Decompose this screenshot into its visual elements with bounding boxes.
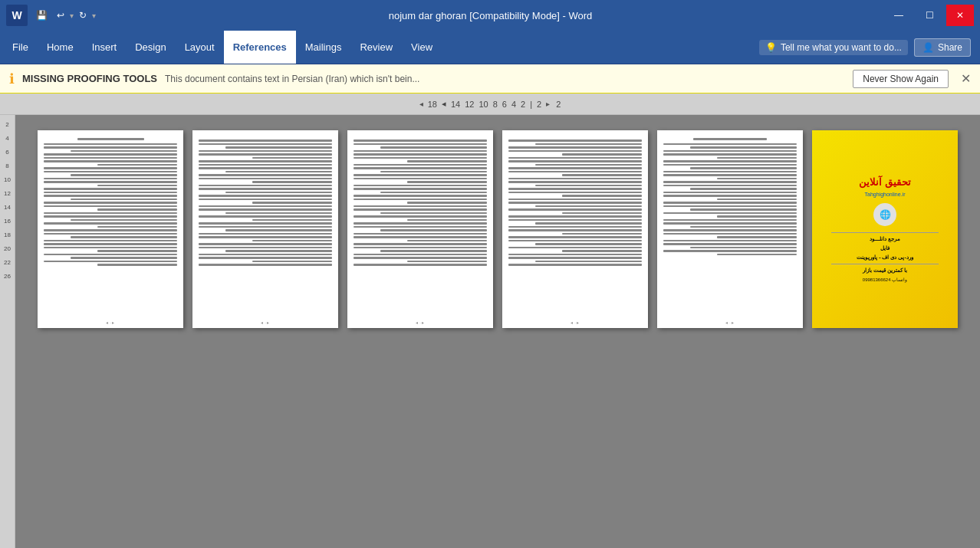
ad-content: تحقیق آنلاین Tahghighonline.ir 🌐 مرجع دا… xyxy=(812,130,958,328)
word-icon: W xyxy=(6,5,28,26)
ruler-page-num: 2 xyxy=(556,100,561,109)
ruler-left-arrow: ◂ xyxy=(419,100,423,108)
page-5[interactable]: ◂ · ▸ xyxy=(657,130,803,328)
save-button[interactable]: 💾 xyxy=(32,8,51,22)
horizontal-ruler: ◂ 18 ◂ 14 12 10 8 6 4 2 | 2 ▸ 2 xyxy=(0,94,980,115)
pages-container: ◂ · ▸ xyxy=(15,115,980,548)
ad-title: تحقیق آنلاین xyxy=(859,176,911,189)
page-2-content xyxy=(192,130,338,328)
page-1-content xyxy=(38,130,183,328)
tab-references[interactable]: References xyxy=(224,31,296,64)
page-5-content xyxy=(657,130,803,328)
notification-message: This document contains text in Persian (… xyxy=(165,74,845,84)
ad-divider xyxy=(831,232,938,233)
redo-button[interactable]: ↻ xyxy=(75,8,90,22)
page-3-footer: ◂ · ▸ xyxy=(347,320,493,325)
tab-design[interactable]: Design xyxy=(126,31,175,64)
ruler-right-arrow: ▸ xyxy=(546,100,550,108)
tab-home[interactable]: Home xyxy=(38,31,83,64)
ad-divider2 xyxy=(831,264,938,264)
share-label: Share xyxy=(938,42,962,53)
title-bar-left: W 💾 ↩ ▾ ↻ ▾ xyxy=(6,5,96,26)
notification-bar: ℹ MISSING PROOFING TOOLS This document c… xyxy=(0,64,980,94)
tab-review[interactable]: Review xyxy=(350,31,402,64)
page-2-footer: ◂ · ▸ xyxy=(192,320,338,325)
page-2[interactable]: ◂ · ▸ xyxy=(192,130,338,328)
page-4[interactable]: ◂ · ▸ xyxy=(502,130,648,328)
page-1[interactable]: ◂ · ▸ xyxy=(38,130,183,328)
ad-line2: فایل xyxy=(880,245,890,251)
page-4-content xyxy=(502,130,648,328)
notification-close-button[interactable]: ✕ xyxy=(961,71,971,86)
window-controls: — ☐ ✕ xyxy=(885,5,974,26)
ad-url: Tahghighonline.ir xyxy=(865,192,906,197)
tell-me-input[interactable]: 💡 Tell me what you want to do... xyxy=(759,40,908,55)
ruler-numbers: 18 ◂ 14 12 10 8 6 4 2 | 2 xyxy=(426,99,543,109)
page-3-content xyxy=(347,130,493,328)
ad-phone: واتساپ 09981366624 xyxy=(863,277,907,282)
minimize-button[interactable]: — xyxy=(885,5,913,26)
tab-insert[interactable]: Insert xyxy=(83,31,127,64)
page-1-footer: ◂ · ▸ xyxy=(38,320,183,325)
page-6-ad[interactable]: تحقیق آنلاین Tahghighonline.ir 🌐 مرجع دا… xyxy=(812,130,958,328)
document-wrapper: 2 4 6 8 10 12 14 16 18 20 22 26 xyxy=(0,115,980,548)
page-5-footer: ◂ · ▸ xyxy=(657,320,803,325)
close-button[interactable]: ✕ xyxy=(946,5,974,26)
ad-line3: ورد-پی دی اف - پاورپوینت xyxy=(857,254,913,261)
notification-bold: MISSING PROOFING TOOLS xyxy=(22,73,157,84)
ad-line4: با کمترین قیمت بازار xyxy=(863,267,907,274)
vertical-ruler: 2 4 6 8 10 12 14 16 18 20 22 26 xyxy=(0,115,15,548)
person-icon: 👤 xyxy=(922,42,934,53)
maximize-button[interactable]: ☐ xyxy=(916,5,943,26)
info-icon: ℹ xyxy=(9,71,15,87)
ad-icon: 🌐 xyxy=(873,203,896,226)
tab-view[interactable]: View xyxy=(402,31,442,64)
tab-file[interactable]: File xyxy=(3,31,38,64)
document-title: nojum dar ghoran [Compatibility Mode] - … xyxy=(96,10,885,21)
title-bar: W 💾 ↩ ▾ ↻ ▾ nojum dar ghoran [Compatibil… xyxy=(0,0,980,31)
share-button[interactable]: 👤 Share xyxy=(914,38,971,57)
pages-row: ◂ · ▸ xyxy=(38,130,958,328)
page-4-footer: ◂ · ▸ xyxy=(502,320,648,325)
undo-button[interactable]: ↩ xyxy=(53,8,68,22)
tab-layout[interactable]: Layout xyxy=(176,31,224,64)
ad-line1: مرجع دانلـــود xyxy=(870,236,900,242)
undo-redo-group: 💾 ↩ ▾ ↻ ▾ xyxy=(32,8,96,22)
ribbon-right: 💡 Tell me what you want to do... 👤 Share xyxy=(759,31,977,64)
page-3[interactable]: ◂ · ▸ xyxy=(347,130,493,328)
content-area: 2 4 6 8 10 12 14 16 18 20 22 26 xyxy=(0,115,980,548)
never-show-again-button[interactable]: Never Show Again xyxy=(853,70,949,88)
lightbulb-icon: 💡 xyxy=(765,42,777,53)
tell-me-text: Tell me what you want to do... xyxy=(781,42,902,53)
tab-mailings[interactable]: Mailings xyxy=(296,31,351,64)
ribbon: File Home Insert Design Layout Reference… xyxy=(0,31,980,64)
